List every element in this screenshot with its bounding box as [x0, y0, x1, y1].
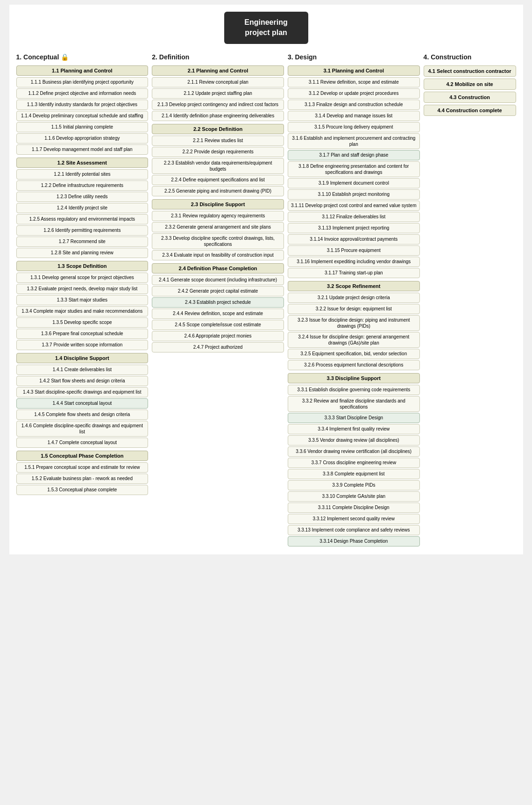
item-3-3-5: 3.3.5 Vendor drawing review (all discipl… — [288, 435, 420, 446]
item-2-2-5: 2.2.5 Generate piping and instrument dra… — [152, 186, 284, 196]
item-1-4-5: 1.4.5 Complete flow sheets and design cr… — [16, 410, 149, 420]
item-3-3-13: 3.3.13 Implement code compliance and saf… — [288, 525, 420, 535]
item-3-1-12: 3.1.12 Finalize deliverables list — [288, 212, 420, 222]
page-title: Engineering project plan — [224, 12, 308, 44]
item-3-1-13: 3.1.13 Implement project reporting — [288, 223, 420, 233]
item-3-2-6: 3.2.6 Process equipment functional descr… — [288, 360, 420, 370]
item-3-3-1: 3.3.1 Establish discipline governing cod… — [288, 385, 420, 395]
item-3-2-4: 3.2.4 Issue for discipline design: gener… — [288, 332, 420, 348]
item-2-4-3: 2.4.3 Establish project schedule — [152, 297, 284, 308]
item-2-4-1: 2.4.1 Generate scope document (including… — [152, 275, 284, 285]
item-2-2-1: 2.2.1 Review studies list — [152, 136, 284, 146]
item-2-1-3: 2.1.3 Develop project contingency and in… — [152, 100, 284, 110]
item-1-1-2: 1.1.2 Define project objective and infor… — [16, 88, 149, 99]
item-3-3-7: 3.3.7 Cross discipline engineering revie… — [288, 458, 420, 468]
section-1-3-header: 1.3 Scope Definition — [16, 261, 149, 271]
item-1-4-1: 1.4.1 Create deliverables list — [16, 365, 149, 375]
item-1-3-3: 1.3.3 Start major studies — [16, 295, 149, 305]
item-2-4-7: 2.4.7 Project authorized — [152, 342, 284, 352]
item-2-4-4: 2.4.4 Review definition, scope and estim… — [152, 309, 284, 319]
item-3-1-16: 3.1.16 Implement expediting including ve… — [288, 257, 420, 267]
item-4-2: 4.2 Mobilize on site — [424, 79, 516, 90]
item-1-5-3: 1.5.3 Conceptual phase complete — [16, 485, 149, 495]
item-4-3: 4.3 Construction — [424, 92, 516, 103]
item-2-4-6: 2.4.6 Appropriate project monies — [152, 331, 284, 341]
item-3-3-9: 3.3.9 Complete PIDs — [288, 480, 420, 490]
item-3-1-4: 3.1.4 Develop and manage issues list — [288, 111, 420, 121]
item-3-1-11: 3.1.11 Develop project cost control and … — [288, 201, 420, 211]
item-2-3-4: 2.3.4 Evaluate input on feasibility of c… — [152, 250, 284, 260]
item-1-4-2: 1.4.2 Start flow sheets and design crite… — [16, 376, 149, 386]
item-2-3-3: 2.3.3 Develop discipline specific contro… — [152, 233, 284, 249]
item-3-3-8: 3.3.8 Complete equipment list — [288, 469, 420, 479]
item-3-3-14: 3.3.14 Design Phase Completion — [288, 536, 420, 546]
title-line1: Engineering — [244, 18, 287, 26]
column-4-construction: 4. Construction 4.1 Select construction … — [424, 52, 516, 118]
item-1-4-4: 1.4.4 Start conceptual layout — [16, 398, 149, 409]
item-3-2-1: 3.2.1 Update project design criteria — [288, 293, 420, 303]
section-2-3-header: 2.3 Discipline Support — [152, 199, 284, 209]
title-line2: project plan — [245, 29, 287, 36]
item-1-2-5: 1.2.5 Assess regulatory and environmenta… — [16, 214, 149, 224]
section-1-4-header: 1.4 Discipline Support — [16, 353, 149, 363]
section-3-3-header: 3.3 Discipline Support — [288, 373, 420, 383]
item-3-1-5: 3.1.5 Procure long delivery equipment — [288, 122, 420, 132]
item-1-4-6: 1.4.6 Complete discipline-specific drawi… — [16, 421, 149, 437]
item-1-2-1: 1.2.1 Identify potential sites — [16, 169, 149, 180]
item-3-3-2: 3.3.2 Review and finalize discipline sta… — [288, 396, 420, 412]
item-1-3-5: 1.3.5 Develop specific scope — [16, 317, 149, 328]
item-2-2-2: 2.2.2 Provide design requirements — [152, 147, 284, 157]
item-2-3-1: 2.3.1 Review regulatory agency requireme… — [152, 211, 284, 221]
item-2-2-4: 2.2.4 Define equipment specifications an… — [152, 175, 284, 185]
section-2-4-header: 2.4 Definition Phase Completion — [152, 263, 284, 273]
item-1-2-6: 1.2.6 Identify permitting requirements — [16, 225, 149, 236]
item-1-5-1: 1.5.1 Prepare conceptual scope and estim… — [16, 462, 149, 473]
item-3-3-3: 3.3.3 Start Discipline Design — [288, 413, 420, 423]
item-3-3-11: 3.3.11 Complete Discipline Design — [288, 503, 420, 513]
phase2-header: 2. Definition — [152, 52, 284, 62]
item-3-3-10: 3.3.10 Complete GAs/site plan — [288, 491, 420, 502]
section-3-1-header: 3.1 Planning and Control — [288, 65, 420, 76]
item-3-1-7: 3.1.7 Plan and staff design phase — [288, 150, 420, 160]
item-1-2-2: 1.2.2 Define infrastructure requirements — [16, 180, 149, 191]
item-2-2-3: 2.2.3 Establish vendor data requirements… — [152, 158, 284, 174]
section-2-2-header: 2.2 Scope Definition — [152, 124, 284, 134]
item-3-1-17: 3.1.17 Training start-up plan — [288, 268, 420, 278]
item-1-2-4: 1.2.4 Identify project site — [16, 203, 149, 213]
item-4-1: 4.1 Select construction contractor — [424, 65, 516, 77]
item-3-3-6: 3.3.6 Vendor drawing review certificatio… — [288, 446, 420, 457]
columns-wrapper: 1. Conceptual 🔒 1.1 Planning and Control… — [16, 52, 516, 547]
item-1-4-3: 1.4.3 Start discipline-specific drawings… — [16, 387, 149, 397]
item-1-1-1: 1.1.1 Business plan identifying project … — [16, 77, 149, 87]
item-2-4-5: 2.4.5 Scope complete/issue cost estimate — [152, 320, 284, 330]
item-3-1-10: 3.1.10 Establish project monitoring — [288, 189, 420, 200]
item-1-1-5: 1.1.5 Initial planning complete — [16, 122, 149, 132]
item-1-5-2: 1.5.2 Evaluate business plan - rework as… — [16, 474, 149, 484]
item-4-4: 4.4 Construction complete — [424, 105, 516, 116]
item-3-3-12: 3.3.12 Implement second quality review — [288, 514, 420, 524]
item-1-1-3: 1.1.3 Identify industry standards for pr… — [16, 100, 149, 110]
item-1-2-3: 1.2.3 Define utility needs — [16, 192, 149, 202]
item-2-1-4: 2.1.4 Identify definition phase engineer… — [152, 111, 284, 121]
item-3-1-9: 3.1.9 Implement document control — [288, 178, 420, 188]
item-3-1-8: 3.1.8 Define engineering presentation an… — [288, 161, 420, 177]
item-1-3-6: 1.3.6 Prepare final conceptual schedule — [16, 329, 149, 339]
item-1-3-4: 1.3.4 Complete major studies and make re… — [16, 306, 149, 316]
item-1-1-7: 1.1.7 Develop management model and staff… — [16, 144, 149, 155]
phase3-header: 3. Design — [288, 52, 420, 62]
item-1-2-8: 1.2.8 Site and planning review — [16, 248, 149, 258]
item-1-4-7: 1.4.7 Complete conceptual layout — [16, 438, 149, 448]
item-3-1-14: 3.1.14 Invoice approval/contract payment… — [288, 234, 420, 244]
item-3-2-2: 3.2.2 Issue for design: equipment list — [288, 304, 420, 314]
section-2-1-header: 2.1 Planning and Control — [152, 65, 284, 76]
page: Engineering project plan 1. Conceptual 🔒… — [9, 5, 523, 554]
section-1-1-header: 1.1 Planning and Control — [16, 65, 149, 76]
item-2-1-2: 2.1.2 Update project staffing plan — [152, 88, 284, 99]
item-2-4-2: 2.4.2 Generate project capital estimate — [152, 286, 284, 296]
item-3-1-3: 3.1.3 Finalize design and construction s… — [288, 100, 420, 110]
item-1-3-2: 1.3.2 Evaluate project needs, develop ma… — [16, 284, 149, 294]
phase1-header: 1. Conceptual 🔒 — [16, 52, 149, 62]
item-3-2-3: 3.2.3 Issue for discipline design: pipin… — [288, 315, 420, 331]
column-3-design: 3. Design 3.1 Planning and Control 3.1.1… — [288, 52, 420, 547]
item-3-1-15: 3.1.15 Procure equipment — [288, 245, 420, 256]
